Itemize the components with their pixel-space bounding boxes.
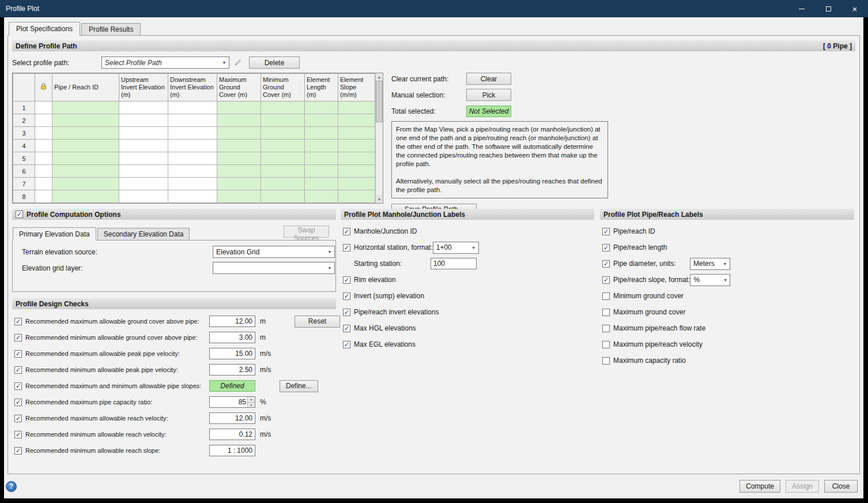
checkbox[interactable]: ✓ — [343, 228, 350, 235]
grid-column-header[interactable]: Downstream Invert Elevation (m) — [168, 74, 217, 102]
checkbox[interactable]: ✓ — [343, 244, 350, 252]
grid-cell[interactable] — [305, 140, 338, 152]
scroll-up-icon[interactable]: ▲ — [376, 73, 383, 81]
grid-cell[interactable] — [168, 190, 217, 203]
grid-cell[interactable] — [305, 178, 338, 190]
grid-cell[interactable] — [217, 190, 261, 203]
grid-column-header[interactable]: Maximum Ground Cover (m) — [217, 74, 261, 102]
grid-cell[interactable] — [168, 152, 217, 165]
grid-cell[interactable] — [338, 178, 375, 190]
grid-cell[interactable] — [119, 102, 168, 114]
grid-cell[interactable] — [261, 152, 305, 165]
checkbox[interactable]: ✓ — [602, 276, 610, 284]
grid-cell[interactable] — [35, 127, 52, 140]
elevation-grid-layer-dropdown[interactable]: ▼ — [213, 262, 335, 274]
grid-cell[interactable] — [52, 127, 119, 140]
grid-cell[interactable] — [52, 102, 119, 114]
checkbox[interactable]: ✓ — [343, 276, 350, 284]
grid-cell[interactable] — [52, 178, 119, 190]
option-dropdown[interactable]: 1+00▼ — [433, 242, 479, 254]
grid-cell[interactable] — [119, 127, 168, 140]
design-check-input[interactable]: 0.12 — [209, 429, 255, 440]
reset-button[interactable]: Reset — [295, 316, 340, 328]
grid-cell[interactable] — [119, 165, 168, 178]
grid-cell[interactable] — [35, 140, 52, 152]
grid-cell[interactable] — [261, 140, 305, 152]
pick-button[interactable]: Pick — [466, 89, 511, 101]
grid-cell[interactable] — [305, 102, 338, 114]
titlebar[interactable]: Profile Plot × — [0, 0, 868, 17]
grid-cell[interactable] — [168, 114, 217, 127]
checkbox[interactable]: ✓ — [14, 382, 22, 390]
spinner-value[interactable]: 85 — [210, 397, 247, 407]
grid-cell[interactable] — [261, 165, 305, 178]
checkbox[interactable] — [602, 341, 610, 348]
grid-cell[interactable] — [168, 102, 217, 114]
grid-cell[interactable] — [217, 114, 261, 127]
grid-cell[interactable] — [119, 152, 168, 165]
option-dropdown[interactable]: Meters▼ — [690, 258, 730, 270]
grid-cell[interactable] — [217, 127, 261, 140]
checkbox[interactable]: ✓ — [343, 309, 350, 316]
checkbox[interactable]: ✓ — [602, 260, 610, 268]
spin-up-icon[interactable]: ▲ — [248, 397, 255, 403]
grid-cell[interactable] — [261, 102, 305, 114]
grid-cell[interactable] — [35, 114, 52, 127]
checkbox[interactable]: ✓ — [14, 431, 22, 438]
design-check-input[interactable]: 3.00 — [209, 332, 255, 343]
computation-options-checkbox[interactable]: ✓ — [16, 211, 23, 218]
delete-button[interactable]: Delete — [249, 57, 300, 69]
grid-cell[interactable] — [52, 114, 119, 127]
grid-cell[interactable] — [338, 127, 375, 140]
grid-scrollbar[interactable]: ▲ ▼ — [375, 73, 383, 203]
spin-down-icon[interactable]: ▼ — [248, 403, 255, 408]
tab-primary-elevation-data[interactable]: Primary Elevation Data — [13, 227, 96, 241]
scroll-down-icon[interactable]: ▼ — [376, 196, 383, 203]
grid-cell[interactable] — [168, 178, 217, 190]
help-icon[interactable]: ? — [6, 481, 17, 492]
grid-cell[interactable] — [305, 114, 338, 127]
grid-column-header[interactable]: Element Slope (m/m) — [338, 74, 375, 102]
grid-cell[interactable] — [305, 152, 338, 165]
grid-cell[interactable] — [35, 190, 52, 203]
grid-cell[interactable] — [52, 152, 119, 165]
grid-cell[interactable] — [338, 165, 375, 178]
grid-cell[interactable] — [35, 178, 52, 190]
grid-column-header[interactable]: Element Length (m) — [305, 74, 338, 102]
grid-cell[interactable] — [338, 152, 375, 165]
checkbox[interactable]: ✓ — [343, 292, 350, 300]
maximize-button[interactable] — [815, 0, 841, 17]
clear-button[interactable]: Clear — [466, 73, 511, 85]
grid-cell[interactable] — [119, 190, 168, 203]
grid-column-header[interactable]: Pipe / Reach ID — [52, 74, 119, 102]
grid-cell[interactable] — [217, 178, 261, 190]
checkbox[interactable]: ✓ — [602, 228, 610, 235]
grid-cell[interactable] — [261, 127, 305, 140]
profile-path-dropdown[interactable]: Select Profile Path ▼ — [101, 57, 229, 69]
terrain-elevation-source-dropdown[interactable]: Elevation Grid ▼ — [213, 246, 335, 258]
grid-cell[interactable] — [119, 140, 168, 152]
edit-path-pencil-icon[interactable] — [232, 57, 243, 69]
grid-cell[interactable] — [261, 190, 305, 203]
grid-cell[interactable] — [217, 102, 261, 114]
compute-button[interactable]: Compute — [739, 480, 780, 493]
grid-cell[interactable] — [338, 190, 375, 203]
starting-station-input[interactable]: 100 — [431, 258, 477, 269]
grid-cell[interactable] — [217, 165, 261, 178]
close-button[interactable]: Close — [824, 480, 858, 493]
tab-secondary-elevation-data[interactable]: Secondary Elevation Data — [97, 228, 190, 241]
option-dropdown[interactable]: %▼ — [690, 274, 730, 286]
design-check-input[interactable]: 1 : 1000 — [209, 445, 255, 456]
checkbox[interactable]: ✓ — [343, 325, 350, 332]
close-window-button[interactable]: × — [841, 0, 868, 17]
grid-cell[interactable] — [338, 114, 375, 127]
checkbox[interactable]: ✓ — [14, 366, 22, 374]
grid-column-header[interactable]: Minimum Ground Cover (m) — [261, 74, 305, 102]
checkbox[interactable]: ✓ — [14, 350, 22, 358]
scroll-thumb[interactable] — [376, 81, 383, 122]
checkbox[interactable] — [602, 292, 610, 300]
grid-cell[interactable] — [168, 140, 217, 152]
design-check-input[interactable]: 2.50 — [209, 364, 255, 376]
grid-cell[interactable] — [35, 102, 52, 114]
checkbox[interactable]: ✓ — [343, 341, 350, 348]
